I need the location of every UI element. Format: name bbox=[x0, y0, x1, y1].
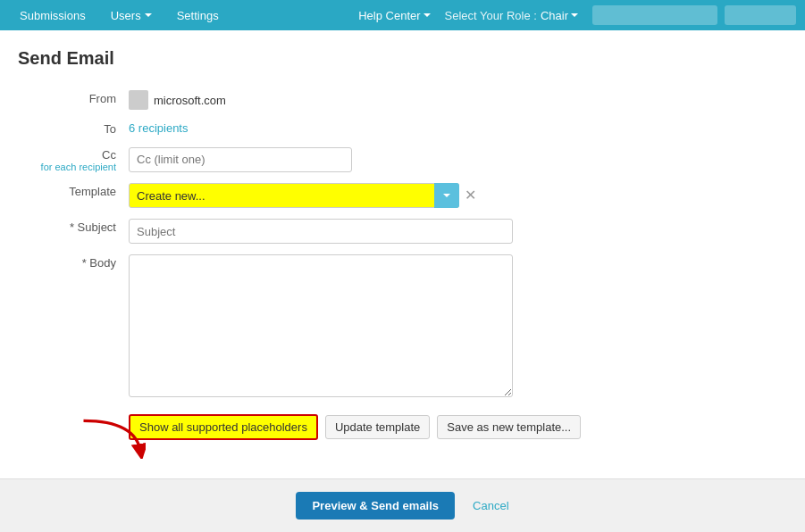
cc-input[interactable] bbox=[129, 147, 352, 172]
to-row: To 6 recipients bbox=[18, 115, 787, 141]
actions-container: Show all supported placeholders Update t… bbox=[18, 414, 787, 458]
users-caret-icon bbox=[145, 13, 152, 17]
page-title: Send Email bbox=[18, 48, 787, 69]
subject-label: * Subject bbox=[18, 213, 125, 249]
subject-input-cell bbox=[125, 213, 787, 249]
body-label: * Body bbox=[18, 249, 125, 405]
from-avatar bbox=[129, 90, 148, 110]
role-caret-icon bbox=[571, 13, 578, 17]
navbar-left: Submissions Users Settings bbox=[9, 4, 230, 28]
cc-label-cell: Cc for each recipient bbox=[18, 141, 125, 178]
page-content: Send Email From microsoft.com To 6 recip… bbox=[0, 30, 805, 458]
template-clear-button[interactable]: ✕ bbox=[465, 188, 476, 203]
cc-row: Cc for each recipient bbox=[18, 141, 787, 178]
help-caret-icon bbox=[423, 13, 431, 17]
actions-row: Show all supported placeholders Update t… bbox=[129, 414, 787, 458]
template-select-wrapper: Create new... bbox=[129, 183, 459, 208]
preview-send-button[interactable]: Preview & Send emails bbox=[296, 492, 455, 520]
navbar: Submissions Users Settings Help Center S… bbox=[0, 0, 805, 30]
nav-users[interactable]: Users bbox=[100, 4, 163, 28]
from-row: From microsoft.com bbox=[18, 85, 787, 115]
from-label: From bbox=[18, 85, 125, 115]
navbar-center: Help Center Select Your Role : Chair bbox=[358, 9, 578, 22]
from-email: microsoft.com bbox=[154, 94, 226, 107]
nav-role-selector: Select Your Role : Chair bbox=[445, 9, 578, 22]
nav-settings[interactable]: Settings bbox=[166, 4, 230, 28]
template-value-cell: Create new... ✕ bbox=[125, 178, 787, 213]
navbar-right bbox=[592, 5, 796, 25]
subject-input[interactable] bbox=[129, 219, 513, 244]
nav-search-input[interactable] bbox=[592, 5, 717, 25]
from-value: microsoft.com bbox=[129, 90, 784, 110]
to-label: To bbox=[18, 115, 125, 141]
cc-input-cell bbox=[125, 141, 787, 178]
nav-submissions[interactable]: Submissions bbox=[9, 4, 96, 28]
body-textarea-cell bbox=[125, 249, 787, 405]
cc-sublabel: for each recipient bbox=[21, 162, 116, 172]
template-label: Template bbox=[18, 178, 125, 213]
from-value-cell: microsoft.com bbox=[125, 85, 787, 115]
template-controls: Create new... ✕ bbox=[129, 183, 784, 208]
send-email-form: From microsoft.com To 6 recipients Cc fo… bbox=[18, 85, 787, 405]
nav-role-value[interactable]: Chair bbox=[541, 9, 578, 22]
show-placeholders-button[interactable]: Show all supported placeholders bbox=[129, 414, 318, 440]
body-row: * Body bbox=[18, 249, 787, 405]
template-select[interactable]: Create new... bbox=[129, 183, 459, 208]
body-textarea[interactable] bbox=[129, 254, 513, 397]
cancel-button[interactable]: Cancel bbox=[473, 499, 508, 512]
nav-help-center[interactable]: Help Center bbox=[358, 9, 430, 22]
save-as-template-button[interactable]: Save as new template... bbox=[437, 415, 581, 439]
nav-action-button[interactable] bbox=[725, 5, 796, 25]
footer-bar: Preview & Send emails Cancel bbox=[0, 478, 805, 532]
recipients-link[interactable]: 6 recipients bbox=[129, 121, 188, 135]
update-template-button[interactable]: Update template bbox=[325, 415, 430, 439]
to-value-cell: 6 recipients bbox=[125, 115, 787, 141]
subject-row: * Subject bbox=[18, 213, 787, 249]
template-row: Template Create new... ✕ bbox=[18, 178, 787, 213]
